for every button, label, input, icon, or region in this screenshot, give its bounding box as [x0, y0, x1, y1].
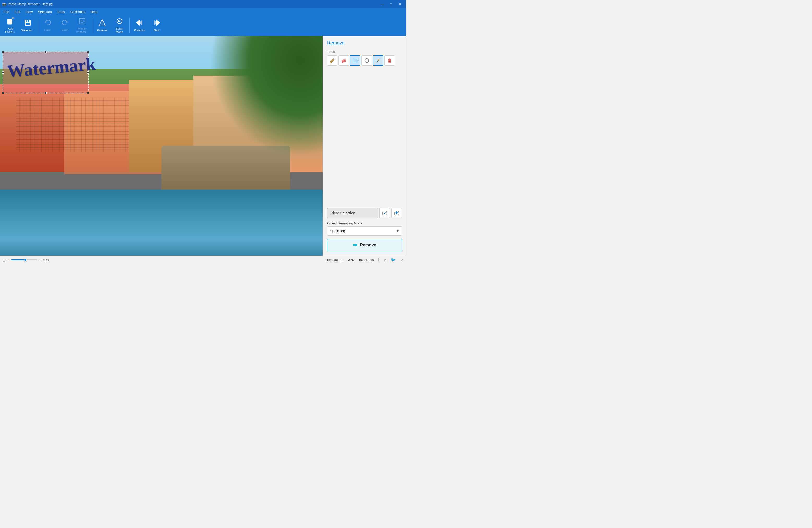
- svg-rect-5: [26, 23, 30, 25]
- zoom-in-icon[interactable]: +: [39, 258, 41, 262]
- menu-tools[interactable]: Tools: [55, 10, 68, 14]
- mode-label: Object Removing Mode: [327, 221, 402, 225]
- mode-select[interactable]: Inpainting Background Fill Clone: [327, 226, 402, 236]
- window-controls: — □ ✕: [378, 2, 404, 7]
- clear-selection-button[interactable]: Clear Selection: [327, 208, 378, 218]
- panel-title: Remove: [327, 40, 402, 46]
- menu-help[interactable]: Help: [88, 10, 100, 14]
- tools-row: [327, 55, 402, 66]
- batch-mode-button[interactable]: Batch Mode: [111, 16, 128, 35]
- undo-icon: [44, 19, 52, 28]
- svg-rect-0: [7, 19, 12, 24]
- handle-bot-right[interactable]: [87, 92, 89, 94]
- stamp-tool-btn[interactable]: [385, 55, 395, 66]
- toolbar-sep-2: [92, 18, 92, 33]
- info-icon[interactable]: ℹ: [378, 258, 380, 262]
- selection-region[interactable]: Watermark: [3, 52, 89, 93]
- modify-label: Modify Images...: [76, 27, 88, 33]
- handle-top-right[interactable]: [87, 51, 89, 53]
- close-button[interactable]: ✕: [396, 2, 404, 7]
- next-label: Next: [154, 29, 160, 32]
- remove-btn-label: Remove: [360, 243, 376, 247]
- save-as-button[interactable]: Save as...: [19, 16, 36, 35]
- svg-point-17: [102, 25, 103, 25]
- mode-section: Object Removing Mode Inpainting Backgrou…: [327, 221, 402, 236]
- add-files-icon: [7, 17, 14, 27]
- status-bar: ⊞ − + 48% Time (s): 0.1 JPG 1920x1279 ℹ …: [0, 255, 406, 264]
- redo-label: Redo: [61, 29, 68, 32]
- menu-view[interactable]: View: [23, 10, 35, 14]
- handle-top-mid[interactable]: [45, 51, 47, 53]
- redo-button[interactable]: Redo: [57, 16, 73, 35]
- eraser-tool-btn[interactable]: [338, 55, 349, 66]
- title-bar: 📷 Photo Stamp Remover - italy.jpg — □ ✕: [0, 0, 406, 8]
- toolbar-sep-3: [129, 18, 130, 33]
- home-icon[interactable]: ⌂: [384, 258, 387, 262]
- previous-button[interactable]: Previous: [131, 16, 148, 35]
- remove-toolbar-label: Remove: [97, 29, 108, 32]
- save-as-icon: [24, 19, 31, 28]
- batch-mode-icon: [116, 17, 123, 27]
- main-layout: Watermark Remove Tools: [0, 36, 406, 255]
- menu-edit[interactable]: Edit: [12, 10, 23, 14]
- add-files-label: Add File(s)...: [5, 27, 16, 33]
- save-as-label: Save as...: [21, 29, 34, 32]
- batch-mode-label: Batch Mode: [116, 27, 123, 33]
- fit-screen-icon[interactable]: ⊞: [3, 258, 6, 262]
- remove-toolbar-icon: [99, 19, 106, 28]
- next-button[interactable]: Next: [148, 16, 165, 35]
- minimize-button[interactable]: —: [378, 2, 386, 7]
- menu-bar: File Edit View Selection Tools SoftOrbit…: [0, 8, 406, 15]
- share-twitter-icon[interactable]: 🐦: [391, 258, 396, 262]
- canvas-area[interactable]: Watermark: [0, 36, 322, 255]
- right-panel: Remove Tools: [322, 36, 406, 255]
- share-icon[interactable]: ↗: [400, 258, 403, 262]
- toolbar: Add File(s)... Save as... Undo: [0, 15, 406, 36]
- undo-button[interactable]: Undo: [39, 16, 56, 35]
- zoom-out-icon[interactable]: −: [7, 258, 10, 262]
- modify-icon: [78, 17, 86, 27]
- remove-arrow-icon: ➡: [352, 242, 357, 249]
- handle-bot-mid[interactable]: [45, 92, 47, 94]
- svg-point-10: [81, 20, 84, 23]
- window-title: Photo Stamp Remover - italy.jpg: [8, 2, 378, 6]
- zoom-percent: 48%: [43, 258, 49, 262]
- lasso-tool-btn[interactable]: [361, 55, 372, 66]
- zoom-slider-thumb[interactable]: [24, 259, 27, 262]
- rectangle-tool-btn[interactable]: [350, 55, 360, 66]
- previous-label: Previous: [134, 29, 145, 32]
- status-right: Time (s): 0.1 JPG 1920x1279 ℹ ⌂ 🐦 ↗: [327, 258, 403, 262]
- svg-rect-25: [353, 59, 357, 62]
- tools-section: Tools: [327, 50, 402, 66]
- modify-button[interactable]: Modify Images...: [74, 16, 90, 35]
- load-selection-button[interactable]: [391, 208, 402, 218]
- zoom-slider-track[interactable]: [11, 260, 37, 261]
- panel-spacer: [327, 69, 402, 205]
- next-icon: [153, 19, 161, 28]
- remove-toolbar-button[interactable]: Remove: [94, 16, 111, 35]
- menu-file[interactable]: File: [1, 10, 12, 14]
- toolbar-sep-1: [38, 18, 38, 33]
- magic-wand-btn[interactable]: [373, 55, 383, 66]
- add-files-button[interactable]: Add File(s)...: [2, 16, 19, 35]
- handle-mid-right[interactable]: [87, 71, 89, 74]
- save-selection-button[interactable]: [379, 208, 390, 218]
- zoom-controls: ⊞ − + 48%: [3, 258, 49, 262]
- redo-icon: [61, 19, 69, 28]
- maximize-button[interactable]: □: [387, 2, 395, 7]
- pencil-tool-btn[interactable]: [327, 55, 337, 66]
- menu-selection[interactable]: Selection: [35, 10, 54, 14]
- handle-top-left[interactable]: [2, 51, 4, 53]
- clear-selection-area: Clear Selection: [327, 208, 402, 218]
- app-icon: 📷: [2, 2, 6, 6]
- remove-button[interactable]: ➡ Remove: [327, 239, 402, 251]
- svg-point-32: [388, 59, 391, 61]
- time-display: Time (s): 0.1: [327, 258, 344, 262]
- handle-mid-left[interactable]: [2, 71, 4, 74]
- menu-softorbits[interactable]: SoftOrbits: [68, 10, 88, 14]
- handle-bot-left[interactable]: [2, 92, 4, 94]
- svg-point-27: [378, 59, 379, 60]
- format-display: JPG: [348, 258, 354, 262]
- watermark-text: Watermark: [6, 54, 96, 82]
- tools-label: Tools: [327, 50, 402, 54]
